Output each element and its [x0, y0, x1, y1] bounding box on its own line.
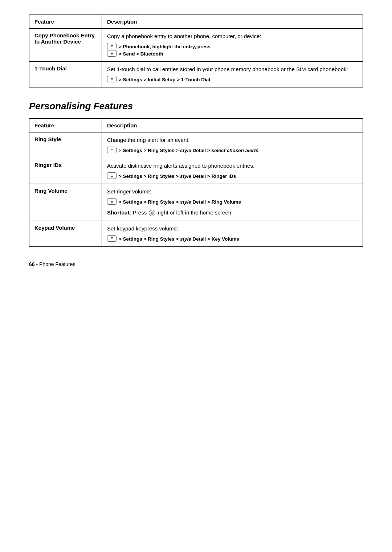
table-row: Ring Volume Set ringer volume: ≡ > Setti…: [29, 184, 363, 221]
path-text-1a: > Phonebook, highlight the entry, press: [117, 43, 211, 50]
feature-label-ringer-ids: Ringer IDs: [34, 162, 62, 168]
footer-page-num: 66: [29, 261, 35, 267]
menu-icon-2: ≡: [107, 76, 117, 82]
col-header-feature-1: Feature: [29, 15, 102, 29]
nav-icon-ring-volume: ◍: [149, 210, 155, 216]
feature-cell-1touch: 1-Touch Dial: [29, 62, 102, 87]
col-header-feature-2: Feature: [29, 119, 102, 132]
desc-cell-ringer-ids: Activate distinctive ring alerts assigne…: [102, 158, 363, 184]
desc-text-ring-volume: Set ringer volume:: [107, 188, 358, 196]
col-header-desc-1: Description: [102, 15, 363, 29]
table-row: Ring Style Change the ring alert for an …: [29, 132, 363, 158]
shortcut-ring-volume: Shortcut: Press ◍ right or left in the h…: [107, 209, 358, 217]
table-row: Ringer IDs Activate distinctive ring ale…: [29, 158, 363, 184]
table-personalising: Feature Description Ring Style Change th…: [29, 118, 363, 247]
menu-icon-1a: ≡: [107, 43, 117, 49]
table-row: Keypad Volume Set keypad keypress volume…: [29, 221, 363, 246]
table-row: 1-Touch Dial Set 1-touch dial to call en…: [29, 62, 363, 87]
path-text-2: > Settings > Initial Setup > 1-Touch Dia…: [117, 76, 210, 83]
feature-cell-ring-volume: Ring Volume: [29, 184, 102, 221]
desc-text-ringer-ids: Activate distinctive ring alerts assigne…: [107, 162, 358, 170]
feature-label-copy-phonebook: Copy Phonebook Entry to Another Device: [34, 32, 95, 45]
desc-cell-1touch: Set 1-touch dial to call entries stored …: [102, 62, 363, 87]
feature-label-1touch: 1-Touch Dial: [34, 65, 67, 71]
menu-icon-ringer-ids: ≡: [107, 172, 117, 179]
feature-label-ring-volume: Ring Volume: [34, 188, 68, 194]
menu-path-ringer-ids: ≡ > Settings > Ring Styles > style Detai…: [107, 173, 358, 180]
menu-icon-keypad-volume: ≡: [107, 235, 117, 242]
menu-path-2: ≡ > Settings > Initial Setup > 1-Touch D…: [107, 76, 358, 83]
menu-path-ring-style: ≡ > Settings > Ring Styles > style Detai…: [107, 147, 358, 154]
desc-text-1touch: Set 1-touch dial to call entries stored …: [107, 65, 358, 73]
menu-icon-1b: ≡: [107, 50, 117, 57]
footer-label: - Phone Features: [36, 261, 75, 267]
page-content: Feature Description Copy Phonebook Entry…: [29, 15, 363, 267]
feature-label-ring-style: Ring Style: [34, 136, 61, 142]
col-header-desc-2: Description: [102, 119, 363, 132]
menu-path-ring-volume: ≡ > Settings > Ring Styles > style Detai…: [107, 199, 358, 206]
desc-text-keypad-volume: Set keypad keypress volume:: [107, 225, 358, 233]
feature-cell-keypad-volume: Keypad Volume: [29, 221, 102, 246]
menu-icon-ring-style: ≡: [107, 147, 117, 153]
desc-text-ring-style: Change the ring alert for an event:: [107, 136, 358, 144]
shortcut-label: Shortcut:: [107, 209, 131, 216]
desc-cell-keypad-volume: Set keypad keypress volume: ≡ > Settings…: [102, 221, 363, 246]
menu-path-1a: ≡ > Phonebook, highlight the entry, pres…: [107, 43, 358, 58]
feature-cell-ringer-ids: Ringer IDs: [29, 158, 102, 184]
table-phonebook: Feature Description Copy Phonebook Entry…: [29, 15, 363, 87]
feature-cell-ring-style: Ring Style: [29, 132, 102, 158]
feature-label-keypad-volume: Keypad Volume: [34, 225, 75, 231]
footer: 66 - Phone Features: [29, 261, 363, 267]
table-row: Copy Phonebook Entry to Another Device C…: [29, 29, 363, 62]
desc-cell-ring-volume: Set ringer volume: ≡ > Settings > Ring S…: [102, 184, 363, 221]
menu-icon-ring-volume: ≡: [107, 198, 117, 205]
section-heading-personalising: Personalising Features: [29, 101, 363, 112]
desc-text-copy-phonebook: Copy a phonebook entry to another phone,…: [107, 32, 358, 40]
path-text-1b: > Send > Bluetooth: [117, 50, 163, 58]
desc-cell-copy-phonebook: Copy a phonebook entry to another phone,…: [102, 29, 363, 62]
menu-path-keypad-volume: ≡ > Settings > Ring Styles > style Detai…: [107, 236, 358, 243]
feature-cell-copy-phonebook: Copy Phonebook Entry to Another Device: [29, 29, 102, 62]
desc-cell-ring-style: Change the ring alert for an event: ≡ > …: [102, 132, 363, 158]
